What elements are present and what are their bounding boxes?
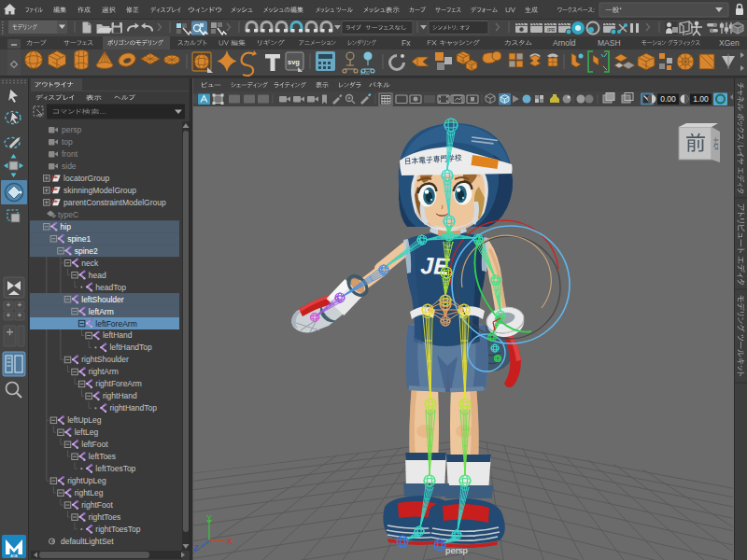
svg-text:rightHand: rightHand xyxy=(103,391,137,400)
svg-text:1.00: 1.00 xyxy=(693,94,709,104)
svg-text:leftHand: leftHand xyxy=(103,330,133,340)
svg-text:Fx: Fx xyxy=(402,38,411,48)
svg-text:leftLeg: leftLeg xyxy=(75,427,99,437)
svg-text:rightToesTop: rightToesTop xyxy=(95,525,140,534)
svg-text:persp: persp xyxy=(62,125,82,134)
svg-text:spine1: spine1 xyxy=(67,234,91,244)
svg-text:parentConstraintModelGroup: parentConstraintModelGroup xyxy=(63,198,166,207)
svg-text:spine2: spine2 xyxy=(75,246,98,256)
svg-text:svg: svg xyxy=(288,58,300,66)
svg-text:persp: persp xyxy=(445,545,468,555)
svg-text:rightForeArm: rightForeArm xyxy=(95,379,142,388)
svg-text:locatorGroup: locatorGroup xyxy=(63,174,109,183)
svg-text:leftHandTop: leftHandTop xyxy=(109,343,152,352)
svg-text:rightArm: rightArm xyxy=(89,367,119,376)
svg-text:leftUpLeg: leftUpLeg xyxy=(67,415,102,425)
svg-text:rightLeg: rightLeg xyxy=(75,488,104,497)
svg-text:XGen: XGen xyxy=(719,38,740,48)
svg-text:MASH: MASH xyxy=(598,38,621,48)
svg-text:leftToes: leftToes xyxy=(89,452,116,461)
svg-text:hip: hip xyxy=(61,222,72,231)
svg-text:leftShoulder: leftShoulder xyxy=(81,295,124,304)
svg-text:leftToesTop: leftToesTop xyxy=(95,464,135,473)
svg-text:head: head xyxy=(89,271,106,280)
svg-text:0.00: 0.00 xyxy=(660,94,676,104)
svg-text:rightUpLeg: rightUpLeg xyxy=(67,476,106,485)
svg-text:leftForeArm: leftForeArm xyxy=(95,319,136,329)
svg-text:AYA: AYA xyxy=(10,553,18,558)
svg-text:0.00: 0.00 xyxy=(360,70,370,76)
svg-text:IPR: IPR xyxy=(547,27,556,33)
svg-text:X: X xyxy=(227,537,233,546)
svg-text:typeC: typeC xyxy=(58,210,78,219)
svg-text:skinningModelGroup: skinningModelGroup xyxy=(63,186,136,195)
svg-text:rightToes: rightToes xyxy=(89,512,121,522)
svg-text:front: front xyxy=(62,149,78,159)
svg-text:Z: Z xyxy=(193,543,199,553)
svg-text:neck: neck xyxy=(81,259,99,268)
svg-text:top: top xyxy=(62,137,73,147)
svg-text:defaultLightSet: defaultLightSet xyxy=(61,537,114,546)
svg-text:leftArm: leftArm xyxy=(89,307,114,316)
svg-text:leftFoot: leftFoot xyxy=(81,440,108,449)
svg-text:side: side xyxy=(62,161,77,171)
svg-text:headTop: headTop xyxy=(95,283,126,292)
svg-text:Arnold: Arnold xyxy=(553,38,576,48)
svg-text:rightFoot: rightFoot xyxy=(81,500,113,510)
svg-text:rightShoulder: rightShoulder xyxy=(81,355,129,364)
svg-text:rightHandTop: rightHandTop xyxy=(109,403,157,413)
